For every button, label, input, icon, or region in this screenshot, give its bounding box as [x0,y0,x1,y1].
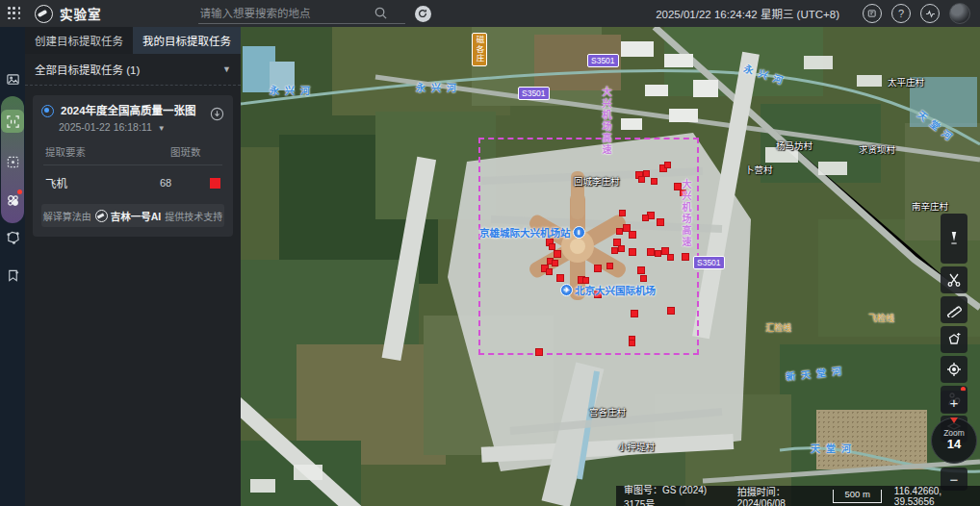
tab-my-tasks[interactable]: 我的目标提取任务 [133,27,241,54]
task-panel: 创建目标提取任务 我的目标提取任务 全部目标提取任务 (1) ▼ 2024年度全… [25,27,241,506]
aircraft-detection-box[interactable] [647,248,655,256]
activity-monitor-icon[interactable] [920,4,940,23]
aircraft-detection-box[interactable] [629,340,635,346]
aircraft-detection-box[interactable] [616,228,623,235]
notification-dot [17,190,22,194]
chevron-down-icon: ▼ [158,124,166,133]
result-table-header: 提取要素 图斑数 [45,144,224,159]
aircraft-detection-box[interactable] [655,250,661,257]
top-header: 实验室 2025/01/22 16:24:42 星期三 (UTC+8) ? [0,0,980,27]
datetime-display: 2025/01/22 16:24:42 星期三 (UTC+8) [656,6,839,21]
aircraft-detection-box[interactable] [667,307,675,315]
aircraft-detection-box[interactable] [638,176,645,183]
aircraft-detection-box[interactable] [664,162,671,168]
aircraft-detection-box[interactable] [637,266,645,274]
map-status-bar: 审图号：GS (2024) 3175号 拍摄时间：2024/06/08 500 … [616,486,980,506]
target-extraction-icon[interactable] [1,110,24,133]
zoom-value: 14 [947,437,961,452]
clip-tool-icon[interactable] [941,266,967,293]
map-label-village: 求贤坝村 [859,142,895,156]
jilin1-logo-icon [35,5,53,23]
task-radio-selected[interactable] [41,105,54,117]
zoom-dial-pointer [950,417,958,423]
aircraft-detection-box[interactable] [631,310,638,317]
scale-bar: 500 m [833,490,881,503]
map-label-river: 永兴河 [416,80,462,94]
locate-tool-icon[interactable] [941,356,967,383]
jilin1-mini-logo-icon [95,210,108,222]
search-icon[interactable] [374,6,388,20]
zoom-level-dial[interactable]: Zoom 14 [931,417,977,464]
download-icon[interactable] [210,107,224,121]
zoom-control: + Zoom 14 − [941,391,967,491]
aircraft-detection-box[interactable] [629,248,636,256]
aircraft-detection-box[interactable] [594,265,602,272]
map-label-village: 南辛庄村 [912,199,948,213]
map-label-village: 卜营村 [745,163,773,176]
aircraft-detection-box[interactable] [618,245,625,252]
map-license-number: 审图号：GS (2024) 3175号 [624,482,725,506]
search-input[interactable] [198,7,374,20]
map-label-village: 太平庄村 [888,75,924,89]
map-label-vroad: 大兴机场高速 [599,87,613,156]
map-label-roadline: 汇检线 [765,321,791,334]
element-color-swatch [210,178,220,189]
map-label-river: 天堂河 [811,441,857,455]
task-card[interactable]: 2024年度全国高质量一张图 2025-01-22 16:18:11▼ 提取要素… [33,95,233,237]
aircraft-detection-box[interactable] [682,253,689,261]
task-title: 2024年度全国高质量一张图 [61,104,196,117]
aircraft-detection-box[interactable] [642,215,649,221]
aircraft-detection-box[interactable] [606,263,613,269]
detection-results-icon[interactable] [1,189,24,212]
map-label-river: 永兴河 [270,83,316,97]
draw-polygon-icon[interactable] [941,326,967,353]
swipe-compare-tool[interactable] [941,214,967,264]
refresh-icon[interactable] [415,6,431,22]
aircraft-detection-box[interactable] [549,243,555,250]
result-table-row[interactable]: 飞机 68 [45,175,224,190]
map-label-roadline: 飞检线 [868,312,894,324]
zoom-in-button[interactable]: + [941,391,967,414]
aircraft-detection-box[interactable] [556,274,564,282]
aircraft-detection-box[interactable] [552,260,558,266]
aircraft-detection-box[interactable] [667,254,674,261]
polygon-draw-icon[interactable] [1,225,24,248]
user-avatar[interactable] [949,3,970,24]
aircraft-detection-box[interactable] [619,210,626,216]
algorithm-credit: 解译算法由 吉林一号AI 提供技术支持 [41,204,224,227]
satellite-map[interactable]: 永兴河永兴河永兴河S3501S3501S3501大兴机场高速大兴机场高速磁各庄回… [241,27,980,506]
map-label-badge: S3501 [693,256,725,269]
aircraft-detection-box[interactable] [546,268,553,275]
help-icon[interactable]: ? [891,4,911,23]
measure-tool-icon[interactable] [941,296,967,323]
location-search[interactable] [198,4,405,24]
aircraft-detection-box[interactable] [640,275,647,282]
app-title: 实验室 [60,4,102,23]
task-timestamp[interactable]: 2025-01-22 16:18:11▼ [59,121,224,133]
map-label-badge: S3501 [587,54,619,67]
left-icon-rail [0,27,25,506]
aircraft-detection-box[interactable] [657,218,664,226]
app-grid-menu-icon[interactable] [8,7,21,20]
task-filter-dropdown[interactable]: 全部目标提取任务 (1) ▼ [25,54,241,86]
aircraft-detection-box[interactable] [651,178,658,185]
tab-create-task[interactable]: 创建目标提取任务 [25,27,133,54]
airport-icon: ✈ [560,284,573,296]
aircraft-detection-box[interactable] [554,250,561,258]
aircraft-detection-box[interactable] [611,247,618,254]
bookmark-add-icon[interactable] [1,264,24,287]
region-select-icon[interactable] [1,150,24,173]
map-label-vroad: 大兴机场高速 [679,179,693,248]
map-label-village: 宫各庄村 [589,405,626,418]
element-count: 68 [160,177,171,189]
divider [43,164,222,165]
cursor-coordinates: 116.42660, 39.53656 [894,486,972,506]
feedback-form-icon[interactable] [863,4,882,23]
station-info-icon: i [573,226,585,239]
map-label-station: 京雄城际大兴机场站i [479,225,585,240]
aircraft-detection-box[interactable] [535,348,543,356]
aircraft-detection-box[interactable] [629,231,636,239]
imagery-library-icon[interactable] [1,67,24,90]
map-label-vbadge: 磁各庄 [472,33,487,66]
zoom-label: Zoom [943,429,965,438]
